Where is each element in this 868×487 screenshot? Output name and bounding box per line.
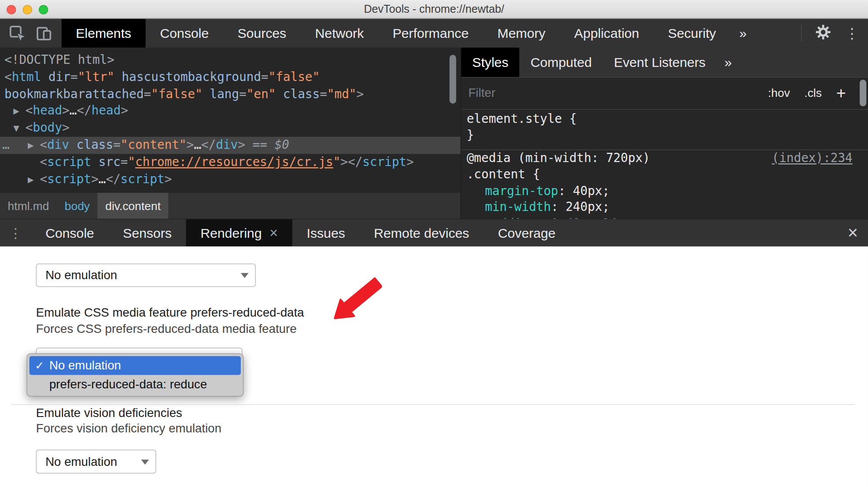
dropdown-option-no-emulation[interactable]: ✓No emulation xyxy=(29,356,241,375)
expand-arrow-icon[interactable]: ▶ xyxy=(28,171,34,188)
select-value: No emulation xyxy=(45,454,117,469)
css-rule-line[interactable]: min-width: 240px; xyxy=(461,199,868,215)
styles-scrollbar[interactable] xyxy=(860,80,866,106)
dom-tree-row[interactable]: <!DOCTYPE html> xyxy=(0,52,460,69)
paint-emulation-select[interactable]: No emulation xyxy=(36,264,256,287)
tab-network[interactable]: Network xyxy=(301,19,378,48)
styles-tabs: StylesComputedEvent Listeners » xyxy=(461,48,868,77)
overflow-menu-icon[interactable]: … xyxy=(2,137,8,154)
breadcrumb-html.md[interactable]: html.md xyxy=(0,193,57,219)
drawer-tab-console[interactable]: Console xyxy=(31,219,108,247)
dom-tree-row[interactable]: <html dir="ltr" hascustombackground="fal… xyxy=(0,69,460,86)
dom-tree-row[interactable]: ▶<script>…</script> xyxy=(0,171,460,188)
css-rule-line[interactable]: @media (min-width: 720px)(index):234 xyxy=(461,150,868,166)
dropdown-option-prefers-reduced-data:-reduce[interactable]: prefers-reduced-data: reduce xyxy=(29,375,241,394)
styles-tab-styles[interactable]: Styles xyxy=(461,48,520,77)
css-rule-line[interactable]: padding: 0 48px 24 xyxy=(461,215,868,219)
styles-filter-row: :hov .cls + xyxy=(461,77,868,110)
main-toolbar: ElementsConsoleSourcesNetworkPerformance… xyxy=(0,19,868,48)
drawer-tab-remote-devices[interactable]: Remote devices xyxy=(360,219,484,247)
styles-tab-event-listeners[interactable]: Event Listeners xyxy=(603,48,717,77)
main-panels: <!DOCTYPE html><html dir="ltr" hascustom… xyxy=(0,48,868,219)
reduced-data-title: Emulate CSS media feature prefers-reduce… xyxy=(36,306,304,320)
element-classes-button[interactable]: .cls xyxy=(804,87,822,100)
dom-tree: <!DOCTYPE html><html dir="ltr" hascustom… xyxy=(0,48,460,193)
chevron-down-icon xyxy=(141,459,149,464)
tab-console[interactable]: Console xyxy=(146,19,223,48)
drawer-toolbar: ⋮ ConsoleSensorsRendering×IssuesRemote d… xyxy=(0,219,868,247)
main-menu-kebab-icon[interactable]: ⋮ xyxy=(845,19,859,48)
expand-arrow-icon[interactable]: ▼ xyxy=(13,120,19,137)
styles-more-tabs-button[interactable]: » xyxy=(725,48,732,77)
settings-gear-icon[interactable] xyxy=(815,24,831,43)
elements-panel: <!DOCTYPE html><html dir="ltr" hascustom… xyxy=(0,48,460,219)
vision-deficiency-select[interactable]: No emulation xyxy=(36,450,156,473)
css-rule-line[interactable]: } xyxy=(461,127,868,143)
rendering-panel: No emulation Emulate CSS media feature p… xyxy=(0,247,868,487)
styles-panel: StylesComputedEvent Listeners » :hov .cl… xyxy=(461,48,868,219)
drawer-tab-label: Remote devices xyxy=(374,225,469,240)
styles-rules: element.style {}@media (min-width: 720px… xyxy=(461,110,868,219)
option-label: No emulation xyxy=(49,358,121,373)
annotation-arrow-icon xyxy=(331,277,382,321)
drawer-tab-label: Issues xyxy=(307,225,345,240)
vision-title: Emulate vision deficiencies xyxy=(36,406,182,421)
drawer-tab-label: Sensors xyxy=(123,225,172,240)
css-rule-line[interactable]: element.style { xyxy=(461,111,868,127)
styles-tab-computed[interactable]: Computed xyxy=(519,48,603,77)
css-rule-line[interactable]: margin-top: 40px; xyxy=(461,183,868,199)
expand-arrow-icon[interactable]: ▶ xyxy=(28,137,34,154)
chevron-down-icon xyxy=(241,273,249,278)
inspect-cursor-icon[interactable] xyxy=(8,24,27,43)
dom-tree-row[interactable]: <script src="chrome://resources/js/cr.js… xyxy=(0,154,460,171)
drawer-tab-coverage[interactable]: Coverage xyxy=(484,219,570,247)
breadcrumb-body[interactable]: body xyxy=(57,193,97,219)
tab-application[interactable]: Application xyxy=(560,19,654,48)
breadcrumb: html.mdbodydiv.content xyxy=(0,193,460,219)
checkmark-icon: ✓ xyxy=(35,359,49,372)
toggle-element-state-button[interactable]: :hov xyxy=(768,87,790,100)
expand-arrow-icon[interactable]: ▶ xyxy=(13,103,19,120)
tab-performance[interactable]: Performance xyxy=(378,19,483,48)
section-divider xyxy=(11,404,855,405)
drawer-close-icon[interactable]: × xyxy=(848,219,868,247)
drawer-tabs: ConsoleSensorsRendering×IssuesRemote dev… xyxy=(31,219,570,247)
more-tabs-button[interactable]: » xyxy=(739,19,747,48)
select-dropdown-menu: ✓No emulationprefers-reduced-data: reduc… xyxy=(26,353,243,396)
toolbar-right: ⋮ xyxy=(801,19,868,48)
toolbar-icons xyxy=(0,19,62,48)
tab-sources[interactable]: Sources xyxy=(223,19,301,48)
css-rule-line[interactable]: .content { xyxy=(461,166,868,183)
dom-tree-row[interactable]: ▶<head>…</head> xyxy=(0,103,460,120)
tab-memory[interactable]: Memory xyxy=(483,19,559,48)
titlebar: DevTools - chrome://newtab/ xyxy=(0,0,868,19)
rule-separator xyxy=(461,143,868,150)
drawer-tab-label: Rendering xyxy=(200,225,261,240)
tab-close-icon[interactable]: × xyxy=(269,224,278,241)
breadcrumb-div.content[interactable]: div.content xyxy=(98,193,169,219)
drawer-menu-kebab-icon[interactable]: ⋮ xyxy=(0,219,31,247)
toolbar-separator xyxy=(801,25,802,42)
reduced-data-subtitle: Forces CSS prefers-reduced-data media fe… xyxy=(36,322,297,336)
device-toolbar-icon[interactable] xyxy=(34,24,53,43)
devtools-window: DevTools - chrome://newtab/ ElementsCons… xyxy=(0,0,868,487)
dom-tree-row[interactable]: bookmarkbarattached="false" lang="en" cl… xyxy=(0,85,460,103)
drawer-tab-rendering[interactable]: Rendering× xyxy=(186,219,292,247)
tab-elements[interactable]: Elements xyxy=(62,19,146,48)
stylesheet-source-link[interactable]: (index):234 xyxy=(772,150,853,166)
vision-subtitle: Forces vision deficiency emulation xyxy=(36,421,221,436)
select-value: No emulation xyxy=(45,268,117,283)
new-style-rule-button[interactable]: + xyxy=(836,84,846,103)
dom-tree-row[interactable]: …▶<div class="content">…</div> == $0 xyxy=(0,137,460,154)
tab-security[interactable]: Security xyxy=(654,19,730,48)
drawer-tab-sensors[interactable]: Sensors xyxy=(109,219,186,247)
panel-tabs: ElementsConsoleSourcesNetworkPerformance… xyxy=(62,19,731,48)
drawer-tab-issues[interactable]: Issues xyxy=(292,219,360,247)
window-title: DevTools - chrome://newtab/ xyxy=(0,0,868,18)
styles-filter-input[interactable] xyxy=(461,85,768,101)
drawer-tab-label: Coverage xyxy=(498,225,555,240)
dom-tree-row[interactable]: ▼<body> xyxy=(0,120,460,137)
drawer-tab-label: Console xyxy=(45,225,94,240)
option-label: prefers-reduced-data: reduce xyxy=(49,377,207,391)
